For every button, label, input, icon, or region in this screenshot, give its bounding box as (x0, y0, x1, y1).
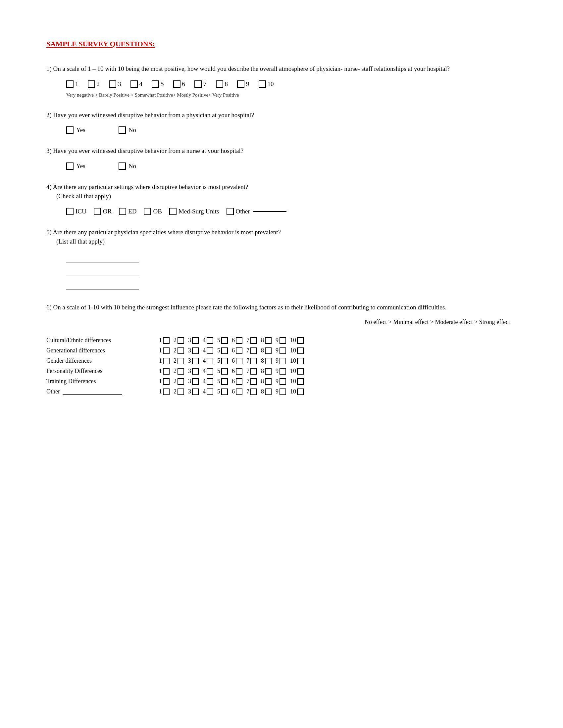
f3-cb1[interactable] (163, 358, 169, 364)
f6-r9: 9 (275, 388, 286, 395)
q1-checkbox-6[interactable] (173, 80, 180, 88)
f4-cb10[interactable] (297, 368, 304, 375)
q1-checkbox-8[interactable] (216, 80, 223, 88)
f5-cb6[interactable] (236, 378, 242, 385)
f2-cb3[interactable] (192, 347, 199, 354)
f6-cb6[interactable] (236, 388, 242, 395)
q2-yes-checkbox[interactable] (66, 126, 73, 134)
f4-cb9[interactable] (279, 368, 286, 375)
f5-cb3[interactable] (192, 378, 199, 385)
f2-cb1[interactable] (163, 347, 169, 354)
q1-checkbox-9[interactable] (237, 80, 244, 88)
f6-cb4[interactable] (207, 388, 213, 395)
f1-cb10[interactable] (297, 337, 304, 344)
q3-yes-checkbox[interactable] (66, 162, 73, 170)
question-1: 1) On a scale of 1 – 10 with 10 being th… (46, 64, 517, 98)
f2-cb7[interactable] (250, 347, 257, 354)
other-factor-line (63, 394, 122, 395)
q1-checkbox-1[interactable] (66, 80, 73, 88)
f2-cb8[interactable] (265, 347, 271, 354)
f2-cb4[interactable] (207, 347, 213, 354)
f2-cb6[interactable] (236, 347, 242, 354)
f3-cb10[interactable] (297, 358, 304, 364)
f5-cb7[interactable] (250, 378, 257, 385)
q2-text: 2) Have you ever witnessed disruptive be… (46, 111, 517, 120)
f5-cb4[interactable] (207, 378, 213, 385)
q4-medsurg-checkbox[interactable] (169, 208, 176, 215)
f2-cb5[interactable] (221, 347, 228, 354)
f1-cb7[interactable] (250, 337, 257, 344)
f4-cb3[interactable] (192, 368, 199, 375)
q4-ed-checkbox[interactable] (119, 208, 126, 215)
f6-cb2[interactable] (177, 388, 184, 395)
f1-cb3[interactable] (192, 337, 199, 344)
f1-r3: 3 (188, 337, 199, 344)
f5-cb5[interactable] (221, 378, 228, 385)
f4-cb6[interactable] (236, 368, 242, 375)
q4-other-checkbox[interactable] (226, 208, 234, 215)
f5-cb1[interactable] (163, 378, 169, 385)
f1-cb4[interactable] (207, 337, 213, 344)
f3-cb2[interactable] (177, 358, 184, 364)
f4-cb1[interactable] (163, 368, 169, 375)
f5-cb9[interactable] (279, 378, 286, 385)
q1-checkbox-7[interactable] (194, 80, 202, 88)
f2-cb10[interactable] (297, 347, 304, 354)
f3-cb8[interactable] (265, 358, 271, 364)
f1-cb9[interactable] (279, 337, 286, 344)
f3-cb9[interactable] (279, 358, 286, 364)
q5-blank-3[interactable] (66, 281, 139, 290)
f1-cb8[interactable] (265, 337, 271, 344)
q2-no-checkbox[interactable] (118, 126, 126, 134)
f6-cb9[interactable] (279, 388, 286, 395)
q5-text: 5) Are there any particular physician sp… (46, 228, 517, 247)
f4-r2: 2 (173, 368, 184, 375)
q5-blank-2[interactable] (66, 267, 139, 276)
f3-cb3[interactable] (192, 358, 199, 364)
q3-no-checkbox[interactable] (118, 162, 126, 170)
factor-label-5: Training Differences (46, 378, 159, 385)
q1-legend: Very negative > Barely Positive > Somewh… (46, 92, 517, 98)
f3-cb7[interactable] (250, 358, 257, 364)
f5-cb8[interactable] (265, 378, 271, 385)
f4-cb2[interactable] (177, 368, 184, 375)
f4-cb7[interactable] (250, 368, 257, 375)
f4-cb4[interactable] (207, 368, 213, 375)
q4-or-checkbox[interactable] (94, 208, 101, 215)
f3-cb6[interactable] (236, 358, 242, 364)
q1-checkbox-4[interactable] (130, 80, 138, 88)
f6-r6: 6 (232, 388, 242, 395)
f6-cb3[interactable] (192, 388, 199, 395)
q1-checkbox-10[interactable] (258, 80, 266, 88)
f6-cb8[interactable] (265, 388, 271, 395)
f4-r9: 9 (275, 368, 286, 375)
f1-cb1[interactable] (163, 337, 169, 344)
f4-cb5[interactable] (221, 368, 228, 375)
f6-cb7[interactable] (250, 388, 257, 395)
q5-blank-1[interactable] (66, 253, 139, 262)
f2-cb9[interactable] (279, 347, 286, 354)
f3-cb5[interactable] (221, 358, 228, 364)
q1-checkbox-2[interactable] (88, 80, 95, 88)
f1-cb6[interactable] (236, 337, 242, 344)
f3-cb4[interactable] (207, 358, 213, 364)
f1-cb5[interactable] (221, 337, 228, 344)
f1-r6: 6 (232, 337, 242, 344)
f6-r4: 4 (203, 388, 213, 395)
f6-r2: 2 (173, 388, 184, 395)
q1-checkbox-5[interactable] (152, 80, 159, 88)
f6-cb10[interactable] (297, 388, 304, 395)
f1-cb2[interactable] (177, 337, 184, 344)
f5-cb10[interactable] (297, 378, 304, 385)
factor-label-2: Generational differences (46, 347, 159, 354)
f5-cb2[interactable] (177, 378, 184, 385)
f4-cb8[interactable] (265, 368, 271, 375)
q4-icu-checkbox[interactable] (66, 208, 73, 215)
q4-ob-checkbox[interactable] (144, 208, 151, 215)
f2-cb2[interactable] (177, 347, 184, 354)
f4-r3: 3 (188, 368, 199, 375)
f6-cb1[interactable] (163, 388, 169, 395)
f6-cb5[interactable] (221, 388, 228, 395)
q1-checkbox-3[interactable] (109, 80, 116, 88)
q6-intro-text: 6) On a scale of 1-10 with 10 being the … (46, 303, 517, 312)
